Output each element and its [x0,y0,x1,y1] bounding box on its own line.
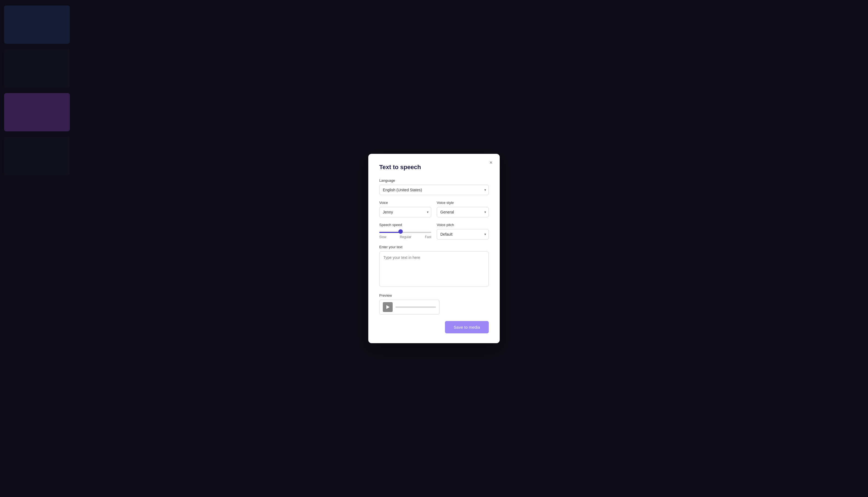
speed-pitch-row: Speech speed Slow Regular Fast Voice pit… [379,223,489,240]
preview-player [379,300,439,314]
speed-regular-label: Regular [400,235,411,239]
text-input[interactable] [379,251,489,287]
voice-style-select[interactable]: General Cheerful Sad [437,207,489,217]
play-icon [386,305,390,309]
voice-row: Voice Jenny Guy Aria ▾ Voice style Gener… [379,201,489,217]
play-button[interactable] [383,302,393,312]
voice-pitch-select-wrapper: Default Low Medium High ▾ [437,229,489,240]
progress-bar-wrapper [395,307,436,308]
voice-select[interactable]: Jenny Guy Aria [379,207,431,217]
voice-style-label: Voice style [437,201,489,205]
speech-speed-group: Speech speed Slow Regular Fast [379,223,431,239]
voice-label: Voice [379,201,431,205]
speed-fast-label: Fast [425,235,431,239]
text-to-speech-modal: × Text to speech Language English (Unite… [368,154,500,343]
voice-pitch-select[interactable]: Default Low Medium High [437,229,489,240]
speech-speed-slider[interactable] [379,232,431,233]
voice-style-select-wrapper: General Cheerful Sad ▾ [437,207,489,217]
speech-speed-label: Speech speed [379,223,431,227]
close-button[interactable]: × [487,159,495,166]
language-select[interactable]: English (United States) English (United … [379,185,489,195]
save-to-media-button[interactable]: Save to media [445,321,489,333]
voice-style-group: Voice style General Cheerful Sad ▾ [437,201,489,217]
enter-text-group: Enter your text [379,245,489,288]
language-label: Language [379,179,489,183]
enter-text-label: Enter your text [379,245,489,249]
voice-group: Voice Jenny Guy Aria ▾ [379,201,431,217]
voice-pitch-label: Voice pitch [437,223,489,227]
preview-section: Preview [379,293,489,314]
modal-backdrop: × Text to speech Language English (Unite… [0,0,868,497]
voice-select-wrapper: Jenny Guy Aria ▾ [379,207,431,217]
speed-slow-label: Slow [379,235,386,239]
voice-pitch-group: Voice pitch Default Low Medium High ▾ [437,223,489,240]
preview-label: Preview [379,293,489,298]
language-group: Language English (United States) English… [379,179,489,195]
speed-labels: Slow Regular Fast [379,235,431,239]
modal-title: Text to speech [379,164,489,171]
language-select-wrapper: English (United States) English (United … [379,185,489,195]
